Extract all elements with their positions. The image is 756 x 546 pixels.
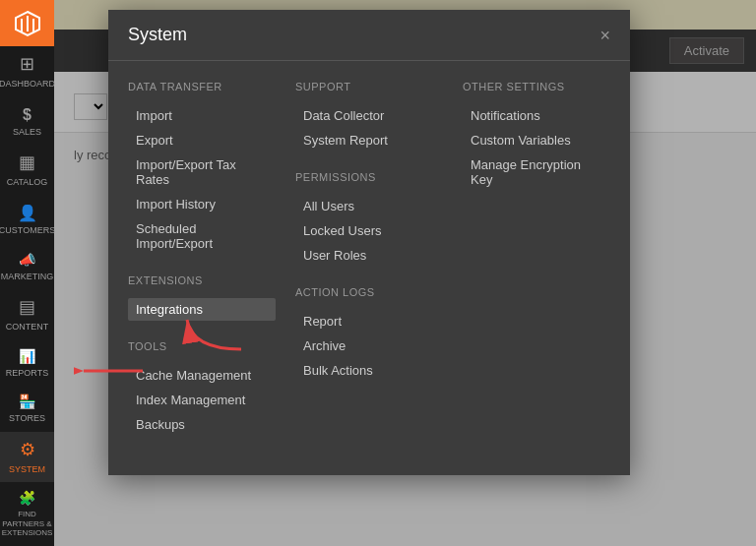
main-content: Activate ly records. System × Data Trans…: [54, 0, 756, 546]
permissions-heading: Permissions: [295, 171, 443, 183]
menu-item-report[interactable]: Report: [295, 310, 443, 333]
support-section: Support Data Collector System Report: [295, 81, 443, 152]
menu-item-system-report[interactable]: System Report: [295, 129, 443, 152]
data-transfer-section: Data Transfer Import Export Import/Expor…: [128, 81, 276, 255]
other-settings-section: Other Settings Notifications Custom Vari…: [463, 81, 610, 191]
stores-icon: 🏪: [19, 394, 35, 410]
menu-item-integrations[interactable]: Integrations: [128, 298, 276, 321]
menu-item-export[interactable]: Export: [128, 129, 276, 152]
action-logs-section: Action Logs Report Archive Bulk Actions: [295, 286, 443, 382]
menu-item-import[interactable]: Import: [128, 104, 276, 127]
sidebar: ⊞ DASHBOARD $ SALES ▦ CATALOG 👤 CUSTOMER…: [0, 0, 54, 546]
sidebar-item-dashboard[interactable]: ⊞ DASHBOARD: [0, 46, 54, 96]
other-settings-heading: Other Settings: [463, 81, 610, 92]
menu-item-all-users[interactable]: All Users: [295, 195, 443, 217]
partners-icon: 🧩: [19, 490, 35, 507]
support-heading: Support: [295, 81, 443, 92]
menu-item-custom-variables[interactable]: Custom Variables: [463, 129, 610, 152]
sidebar-item-sales[interactable]: $ SALES: [0, 97, 54, 146]
menu-item-user-roles[interactable]: User Roles: [295, 244, 443, 267]
catalog-icon: ▦: [19, 152, 35, 174]
dashboard-icon: ⊞: [20, 54, 34, 76]
extensions-heading: Extensions: [128, 274, 276, 286]
menu-item-import-history[interactable]: Import History: [128, 193, 276, 215]
extensions-section: Extensions Integrations: [128, 274, 276, 321]
modal-close-button[interactable]: ×: [599, 27, 610, 44]
action-logs-heading: Action Logs: [295, 286, 443, 298]
tools-section: Tools Cache Management Index Management …: [128, 340, 276, 436]
menu-item-manage-encryption[interactable]: Manage Encryption Key: [463, 153, 610, 191]
menu-col-3: Other Settings Notifications Custom Vari…: [463, 81, 610, 455]
customers-icon: 👤: [18, 204, 37, 222]
menu-item-data-collector[interactable]: Data Collector: [295, 104, 443, 127]
menu-item-index-management[interactable]: Index Management: [128, 389, 276, 411]
menu-item-bulk-actions[interactable]: Bulk Actions: [295, 359, 443, 382]
menu-item-cache-management[interactable]: Cache Management: [128, 364, 276, 387]
system-icon: ⚙: [20, 440, 35, 461]
menu-item-backups[interactable]: Backups: [128, 413, 276, 436]
modal-title: System: [128, 25, 187, 45]
sidebar-item-stores[interactable]: 🏪 STORES: [0, 386, 54, 432]
menu-item-notifications[interactable]: Notifications: [463, 104, 610, 127]
content-icon: ▤: [19, 297, 35, 319]
sidebar-item-marketing[interactable]: 📣 MARKETING: [0, 244, 54, 290]
menu-item-archive[interactable]: Archive: [295, 334, 443, 357]
sidebar-item-find-partners[interactable]: 🧩 FIND PARTNERS & EXTENSIONS: [0, 482, 54, 546]
sidebar-item-content[interactable]: ▤ CONTENT: [0, 289, 54, 339]
data-transfer-heading: Data Transfer: [128, 81, 276, 92]
menu-item-scheduled-import[interactable]: Scheduled Import/Export: [128, 217, 276, 255]
magento-logo: [0, 0, 54, 46]
sales-icon: $: [23, 105, 32, 124]
menu-col-1: Data Transfer Import Export Import/Expor…: [128, 81, 276, 455]
sidebar-item-reports[interactable]: 📊 REPORTS: [0, 340, 54, 387]
system-modal: System × Data Transfer Import Export Imp…: [108, 10, 630, 475]
reports-icon: 📊: [19, 348, 35, 365]
menu-col-2: Support Data Collector System Report Per…: [295, 81, 443, 455]
menu-item-import-export-tax[interactable]: Import/Export Tax Rates: [128, 153, 276, 191]
menu-item-locked-users[interactable]: Locked Users: [295, 219, 443, 242]
sidebar-item-system[interactable]: ⚙ SYSTEM: [0, 432, 54, 482]
modal-body: Data Transfer Import Export Import/Expor…: [108, 61, 630, 475]
modal-header: System ×: [108, 10, 630, 61]
permissions-section: Permissions All Users Locked Users User …: [295, 171, 443, 267]
sidebar-item-catalog[interactable]: ▦ CATALOG: [0, 145, 54, 195]
marketing-icon: 📣: [19, 252, 35, 269]
tools-heading: Tools: [128, 340, 276, 352]
sidebar-item-customers[interactable]: 👤 CUSTOMERS: [0, 196, 54, 244]
